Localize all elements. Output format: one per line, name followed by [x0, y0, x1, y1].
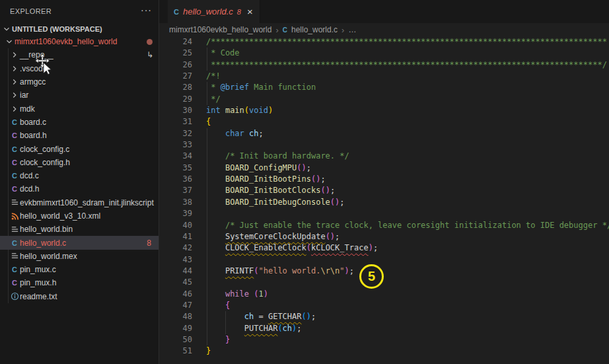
code-line[interactable]: 36 BOARD_InitBootPins();: [159, 174, 609, 185]
close-icon[interactable]: ×: [247, 8, 253, 16]
tree-file-hello_world.mex[interactable]: hello_world.mex: [0, 250, 159, 263]
line-number[interactable]: 30: [159, 105, 192, 116]
code-text: [192, 208, 206, 219]
line-number[interactable]: 51: [159, 346, 192, 357]
code-text: BOARD_InitDebugConsole();: [192, 197, 345, 208]
code-line[interactable]: 33: [159, 139, 609, 151]
tree-folder-armgcc[interactable]: armgcc: [0, 75, 159, 89]
tab-hello-world-c[interactable]: C hello_world.c 8 ×: [168, 0, 260, 23]
workspace-header[interactable]: UNTITLED (WORKSPACE): [0, 22, 159, 35]
code-line[interactable]: 31{: [159, 116, 609, 127]
tree-file-pin_mux.c[interactable]: Cpin_mux.c: [0, 263, 159, 276]
line-number[interactable]: 25: [159, 48, 192, 59]
code-line[interactable]: 51}: [159, 346, 609, 357]
code-line[interactable]: 32 char ch;: [159, 128, 609, 139]
tree-file-hello_world.bin[interactable]: hello_world.bin: [0, 223, 159, 236]
tab-label: hello_world.c: [183, 7, 233, 17]
line-number[interactable]: 37: [159, 185, 192, 196]
code-line[interactable]: 39: [159, 208, 609, 219]
code-line[interactable]: 50 }: [159, 334, 609, 346]
more-actions-icon[interactable]: ···: [141, 7, 152, 13]
line-number[interactable]: 48: [159, 311, 192, 322]
chevron-down-icon: [4, 37, 15, 46]
line-number[interactable]: 50: [159, 334, 192, 346]
c-source-icon: C: [9, 145, 20, 153]
tree-folder-iar[interactable]: iar: [0, 89, 159, 102]
tree-file-dcd.c[interactable]: Cdcd.c: [0, 169, 159, 182]
code-line[interactable]: 48 ch = GETCHAR();: [159, 311, 609, 322]
line-number[interactable]: 35: [159, 163, 192, 174]
code-line[interactable]: 40 /* Just enable the trace clock, leave…: [159, 220, 609, 231]
code-line[interactable]: 43: [159, 254, 609, 266]
c-source-icon: C: [9, 239, 20, 247]
tree-file-dcd.h[interactable]: Cdcd.h: [0, 182, 159, 196]
tree-file-pin_mux.h[interactable]: Cpin_mux.h: [0, 276, 159, 289]
tree-file-evkbmimxrt1060_sdram_init.jlinkscript[interactable]: evkbmimxrt1060_sdram_init.jlinkscript: [0, 196, 159, 209]
code-line[interactable]: 41 SystemCoreClockUpdate();: [159, 231, 609, 242]
line-number[interactable]: 44: [159, 266, 192, 277]
breadcrumb-folder[interactable]: mimxrt1060evkb_hello_world: [169, 25, 271, 34]
code-line[interactable]: 27/*!: [159, 71, 609, 82]
code-editor[interactable]: 24/*************************************…: [159, 36, 609, 357]
line-number[interactable]: 49: [159, 323, 192, 334]
item-label: armgcc: [20, 77, 46, 87]
code-line[interactable]: 49 PUTCHAR(ch);: [159, 323, 609, 334]
line-number[interactable]: 31: [159, 116, 192, 127]
code-line[interactable]: 38 BOARD_InitDebugConsole();: [159, 197, 609, 208]
line-number[interactable]: 46: [159, 289, 192, 300]
line-number[interactable]: 43: [159, 254, 192, 266]
line-number[interactable]: 28: [159, 82, 192, 93]
item-label: clock_config.c: [20, 145, 69, 154]
line-number[interactable]: 27: [159, 71, 192, 82]
line-number[interactable]: 40: [159, 220, 192, 231]
code-text: [192, 277, 206, 288]
breadcrumb-file[interactable]: hello_world.c: [291, 25, 338, 34]
code-line[interactable]: 24/*************************************…: [159, 36, 609, 48]
code-line[interactable]: 28 * @brief Main function: [159, 82, 609, 93]
tree-file-clock_config.h[interactable]: Cclock_config.h: [0, 156, 159, 169]
tree-file-readme.txt[interactable]: readme.txt: [0, 290, 159, 303]
tree-file-hello_world_v3_10.xml[interactable]: hello_world_v3_10.xml: [0, 209, 159, 223]
code-text: {: [192, 116, 211, 127]
line-number[interactable]: 34: [159, 151, 192, 162]
line-number[interactable]: 36: [159, 174, 192, 185]
code-text: PRINTF("hello world.\r\n");: [192, 266, 354, 277]
code-line[interactable]: 25 * Code: [159, 48, 609, 59]
line-number[interactable]: 47: [159, 300, 192, 311]
tree-folder-mdk[interactable]: mdk: [0, 102, 159, 115]
tree-file-hello_world.c[interactable]: Chello_world.c8: [0, 236, 159, 249]
tree-folder-__repo__[interactable]: __repo__↳: [0, 48, 159, 61]
code-line[interactable]: 45: [159, 277, 609, 288]
line-number[interactable]: 41: [159, 231, 192, 242]
code-line[interactable]: 35 BOARD_ConfigMPU();: [159, 163, 609, 174]
line-number[interactable]: 24: [159, 36, 192, 48]
tree-folder-mimxrt1060evkb_hello_world[interactable]: mimxrt1060evkb_hello_world: [0, 35, 159, 48]
breadcrumb-symbol[interactable]: …: [348, 25, 356, 34]
line-number[interactable]: 42: [159, 242, 192, 254]
item-label: dcd.h: [20, 184, 39, 194]
line-number[interactable]: 39: [159, 208, 192, 219]
code-line[interactable]: 47 {: [159, 300, 609, 311]
line-number[interactable]: 38: [159, 197, 192, 208]
line-number[interactable]: 29: [159, 94, 192, 105]
code-line[interactable]: 30int main(void): [159, 105, 609, 116]
code-line[interactable]: 37 BOARD_InitBootClocks();: [159, 185, 609, 196]
c-header-icon: C: [9, 159, 20, 166]
item-label: pin_mux.c: [20, 265, 56, 274]
code-line[interactable]: 26 *************************************…: [159, 59, 609, 71]
line-number[interactable]: 45: [159, 277, 192, 288]
tree-file-board.c[interactable]: Cboard.c: [0, 116, 159, 129]
code-line[interactable]: 29 */: [159, 94, 609, 105]
code-line[interactable]: 34 /* Init board hardware. */: [159, 151, 609, 162]
code-line[interactable]: 46 while (1): [159, 289, 609, 300]
line-number[interactable]: 32: [159, 128, 192, 139]
tree-file-board.h[interactable]: Cboard.h: [0, 129, 159, 142]
tree-file-clock_config.c[interactable]: Cclock_config.c: [0, 142, 159, 155]
code-line[interactable]: 44 PRINTF("hello world.\r\n");: [159, 266, 609, 277]
line-number[interactable]: 33: [159, 139, 192, 151]
line-number[interactable]: 26: [159, 59, 192, 71]
tree-folder-.vscode[interactable]: .vscode: [0, 62, 159, 75]
chevron-down-icon: [1, 24, 12, 34]
item-label: hello_world_v3_10.xml: [20, 211, 100, 221]
code-line[interactable]: 42 CLOCK_EnableClock(kCLOCK_Trace);: [159, 242, 609, 254]
